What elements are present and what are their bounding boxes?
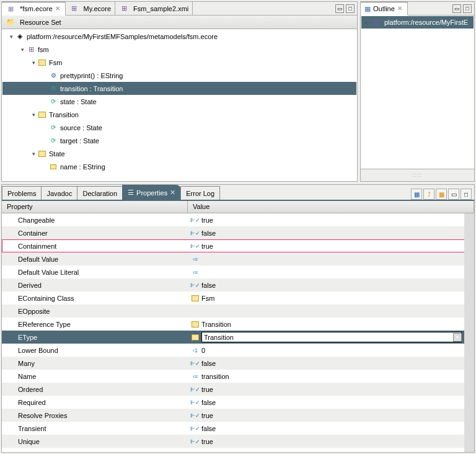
outline-tab-bar: ▦ Outline ✕ ▭ □ bbox=[361, 2, 474, 16]
tree-row[interactable]: ▾Fsm bbox=[2, 56, 356, 69]
class-icon bbox=[37, 58, 47, 68]
properties-table[interactable]: Changeable⊩✓trueContainer⊩✓falseContainm… bbox=[2, 213, 474, 452]
property-name: Derived bbox=[18, 282, 42, 289]
value-editor[interactable]: Transition bbox=[201, 332, 462, 342]
maximize-button[interactable]: □ bbox=[461, 189, 472, 200]
property-value: true bbox=[201, 412, 213, 419]
property-row[interactable]: Containment⊩✓true bbox=[2, 239, 474, 252]
expand-icon[interactable] bbox=[41, 85, 48, 92]
close-icon[interactable]: ✕ bbox=[397, 6, 403, 12]
tree-label: name : EString bbox=[60, 163, 105, 171]
outline-item-label: platform:/resource/MyFirstE bbox=[384, 19, 468, 26]
maximize-button[interactable]: □ bbox=[463, 4, 472, 13]
editor-tab-bar: ⊞*fsm.ecore✕⊞My.ecore⊞Fsm_sample2.xmi▭□ bbox=[2, 2, 357, 16]
tree-row[interactable]: name : EString bbox=[2, 160, 356, 173]
maximize-button[interactable]: □ bbox=[346, 4, 355, 13]
tree-label: target : State bbox=[60, 137, 99, 145]
minimize-button[interactable]: ▭ bbox=[448, 189, 459, 200]
property-row[interactable]: Default Value‹≡ bbox=[2, 252, 474, 265]
dropdown-button[interactable]: ▾ bbox=[453, 333, 462, 342]
editor-tab[interactable]: ⊞My.ecore bbox=[66, 2, 115, 16]
grip-icon: ∷∷ bbox=[413, 172, 423, 179]
property-row[interactable]: Default Value Literal‹≡ bbox=[2, 265, 474, 278]
close-icon[interactable]: ✕ bbox=[55, 6, 61, 12]
tree-row[interactable]: ⟳state : State bbox=[2, 95, 356, 108]
property-name: Default Value bbox=[18, 256, 58, 263]
property-name: Many bbox=[18, 360, 35, 367]
property-row[interactable]: Transient⊩✓false bbox=[2, 422, 474, 435]
property-row[interactable]: ETypeTransition▾ bbox=[2, 331, 474, 344]
property-name: Transient bbox=[18, 425, 46, 432]
tree-label: state : State bbox=[60, 98, 97, 105]
property-value: true bbox=[201, 243, 213, 250]
property-name: Name bbox=[18, 373, 36, 380]
package-icon: ⊞ bbox=[26, 45, 36, 55]
property-row[interactable]: Name‹≡transition bbox=[2, 370, 474, 383]
property-row[interactable]: EContaining ClassFsm bbox=[2, 292, 474, 305]
operation-icon: ⚙ bbox=[48, 71, 58, 81]
tree-row[interactable]: ⟳source : State bbox=[2, 121, 356, 134]
header-property[interactable]: Property bbox=[2, 201, 188, 213]
property-row[interactable]: Many⊩✓false bbox=[2, 357, 474, 370]
property-name: Changeable bbox=[18, 216, 55, 224]
property-row[interactable]: Unique⊩✓true bbox=[2, 435, 474, 448]
tree-row[interactable]: ⟳transition : Transition bbox=[2, 82, 356, 95]
tree-row[interactable]: ▾Transition bbox=[2, 108, 356, 121]
tree-row[interactable]: ⟳target : State bbox=[2, 134, 356, 147]
outline-pane: ▦ Outline ✕ ▭ □ ▸ ⊞ platform:/resource/M… bbox=[360, 1, 475, 182]
property-row[interactable]: Lower Bound‹10 bbox=[2, 344, 474, 357]
boolean-icon: ⊩✓ bbox=[190, 424, 200, 434]
tree-row[interactable]: ▾State bbox=[2, 147, 356, 160]
tab-label: Declaration bbox=[82, 190, 117, 197]
boolean-icon: ⊩✓ bbox=[190, 411, 200, 421]
bottom-tab-bar: ProblemsJavadocDeclaration☰Properties✕Er… bbox=[2, 185, 474, 200]
expand-icon[interactable] bbox=[41, 72, 48, 79]
property-row[interactable]: EOpposite bbox=[2, 305, 474, 318]
minimize-button[interactable]: ▭ bbox=[335, 4, 344, 13]
view-tab-properties[interactable]: ☰Properties✕ bbox=[122, 185, 181, 200]
tree-row[interactable]: ⚙prettyprint() : EString bbox=[2, 69, 356, 82]
expand-icon[interactable] bbox=[41, 98, 48, 105]
reference-icon: ⟳ bbox=[48, 84, 58, 94]
property-row[interactable]: Container⊩✓false bbox=[2, 226, 474, 239]
minimize-button[interactable]: ▭ bbox=[452, 4, 461, 13]
view-toolbar-button[interactable]: ⤴ bbox=[423, 189, 434, 200]
resource-set-label: Resource Set bbox=[20, 19, 61, 26]
outline-item[interactable]: ▸ ⊞ platform:/resource/MyFirstE bbox=[361, 16, 474, 29]
model-tree[interactable]: ▾◈platform:/resource/MyFirstEMFSamples/m… bbox=[2, 29, 357, 181]
text-icon: ‹≡ bbox=[190, 372, 200, 381]
vertical-scrollbar[interactable] bbox=[464, 213, 474, 452]
tab-outline[interactable]: ▦ Outline ✕ bbox=[361, 2, 408, 16]
editor-tab[interactable]: ⊞Fsm_sample2.xmi bbox=[115, 2, 193, 16]
expand-icon[interactable]: ▾ bbox=[30, 59, 37, 66]
header-value[interactable]: Value bbox=[188, 201, 474, 213]
expand-icon[interactable]: ▸ bbox=[363, 19, 370, 26]
view-tab-javadoc[interactable]: Javadoc bbox=[41, 186, 77, 200]
editor-tab[interactable]: ⊞*fsm.ecore✕ bbox=[2, 2, 66, 16]
tree-row[interactable]: ▾◈platform:/resource/MyFirstEMFSamples/m… bbox=[2, 30, 356, 43]
property-row[interactable]: Resolve Proxies⊩✓true bbox=[2, 409, 474, 422]
view-tab-declaration[interactable]: Declaration bbox=[77, 186, 123, 200]
view-tab-problems[interactable]: Problems bbox=[2, 186, 42, 200]
expand-icon[interactable]: ▾ bbox=[7, 33, 15, 40]
view-tab-error-log[interactable]: Error Log bbox=[180, 186, 220, 200]
property-row[interactable]: Derived⊩✓false bbox=[2, 278, 474, 292]
expand-icon[interactable]: ▾ bbox=[30, 111, 37, 118]
property-row[interactable]: Required⊩✓false bbox=[2, 396, 474, 409]
tab-label: Properties bbox=[136, 189, 167, 197]
expand-icon[interactable]: ▾ bbox=[30, 150, 37, 158]
tree-row[interactable]: ▾⊞fsm bbox=[2, 43, 356, 56]
property-row[interactable]: Ordered⊩✓true bbox=[2, 383, 474, 396]
property-row[interactable]: Changeable⊩✓true bbox=[2, 213, 474, 226]
outline-sash[interactable]: ∷∷ bbox=[361, 169, 474, 181]
view-toolbar-button[interactable]: ▦ bbox=[411, 189, 422, 200]
tree-label: Transition bbox=[49, 111, 79, 118]
view-toolbar-button[interactable]: ▦ bbox=[436, 189, 447, 200]
outline-body[interactable]: ▸ ⊞ platform:/resource/MyFirstE bbox=[361, 16, 474, 169]
expand-icon[interactable] bbox=[41, 163, 48, 171]
expand-icon[interactable] bbox=[41, 137, 48, 145]
expand-icon[interactable] bbox=[41, 124, 48, 131]
expand-icon[interactable]: ▾ bbox=[19, 46, 26, 53]
property-row[interactable]: EReference TypeTransition bbox=[2, 318, 474, 331]
close-icon[interactable]: ✕ bbox=[170, 189, 175, 197]
